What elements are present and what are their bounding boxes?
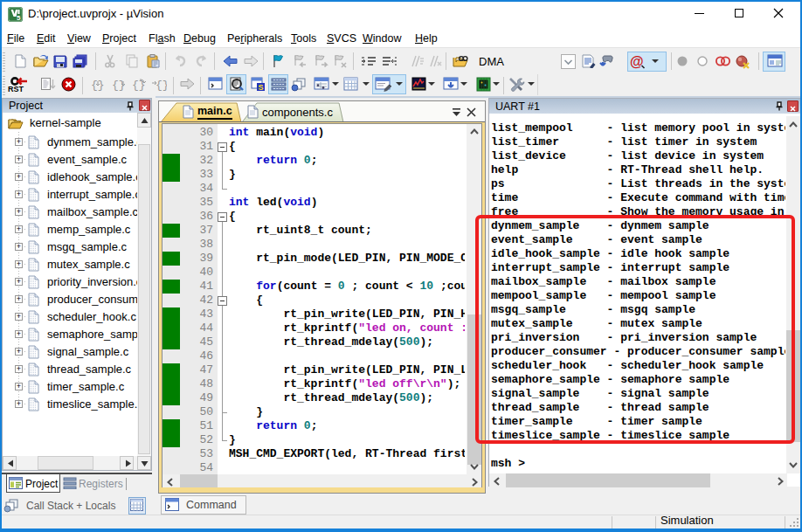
svg-text:{}: {} [156,79,167,92]
svg-text:@: @ [630,54,644,69]
svg-text:S: S [259,83,264,92]
svg-text:RST: RST [8,85,24,93]
svg-text:5: 5 [17,14,21,22]
